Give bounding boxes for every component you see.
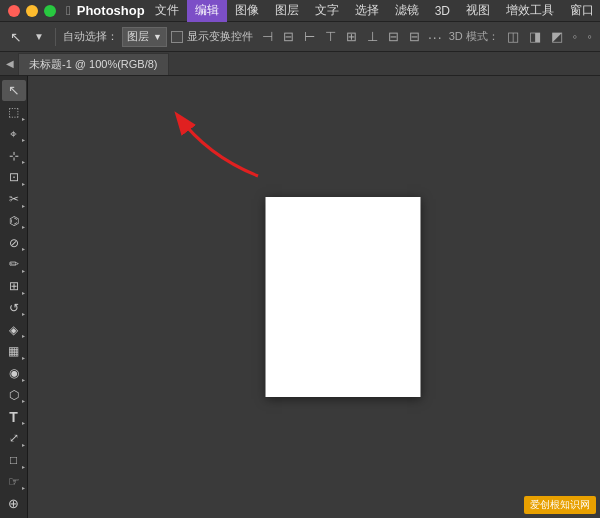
tool-arrow-icon: ▸	[22, 397, 25, 404]
tool-arrow-icon: ▸	[22, 202, 25, 209]
doc-tab-bar: ◀ 未标题-1 @ 100%(RGB/8)	[0, 52, 600, 76]
distribute-icon[interactable]: ⊟	[386, 29, 401, 44]
path-selection-button[interactable]: ⤢ ▸	[2, 428, 26, 449]
tool-arrow-icon: ▸	[22, 223, 25, 230]
title-bar:  Photoshop 文件 编辑 图像 图层 文字 选择 滤镜 3D 视图 增…	[0, 0, 600, 22]
move-tool-icon: ↖	[8, 82, 20, 98]
watermark: 爱创根知识网	[524, 496, 596, 514]
menu-view[interactable]: 视图	[458, 0, 498, 22]
3d-mode-label: 3D 模式：	[449, 29, 499, 44]
tool-arrow-icon: ▸	[22, 354, 25, 361]
show-transform-checkbox[interactable]	[171, 31, 183, 43]
tool-arrow-icon: ▸	[22, 115, 25, 122]
doc-tab[interactable]: 未标题-1 @ 100%(RGB/8)	[18, 53, 169, 75]
tool-arrow-icon: ▸	[22, 245, 25, 252]
3d-icon4[interactable]: ◦	[571, 29, 580, 44]
brush-tool-button[interactable]: ✏ ▸	[2, 254, 26, 275]
gradient-icon: ▦	[8, 344, 19, 358]
slice-tool-icon: ✂	[9, 192, 19, 206]
history-brush-icon: ↺	[9, 301, 19, 315]
align-center-h-icon[interactable]: ⊟	[281, 29, 296, 44]
distribute2-icon[interactable]: ⊟	[407, 29, 422, 44]
apple-icon: 	[66, 3, 71, 18]
dodge-tool-button[interactable]: ◉ ▸	[2, 363, 26, 384]
options-bar: ↖ ▼ 自动选择： 图层 ▼ 显示变换控件 ⊣ ⊟ ⊢ ⊤ ⊞ ⊥ ⊟ ⊟ ··…	[0, 22, 600, 52]
stamp-tool-button[interactable]: ⊞ ▸	[2, 276, 26, 297]
tool-arrow-icon: ▸	[22, 136, 25, 143]
align-center-v-icon[interactable]: ⊞	[344, 29, 359, 44]
tool-arrow-icon: ▸	[22, 289, 25, 296]
brush-icon: ✏	[9, 257, 19, 271]
app-name: Photoshop	[77, 3, 145, 18]
lasso-tool-button[interactable]: ⌖ ▸	[2, 124, 26, 145]
tool-arrow-icon: ▸	[22, 180, 25, 187]
3d-icon5[interactable]: ◦	[585, 29, 594, 44]
maximize-button[interactable]	[44, 5, 56, 17]
stamp-icon: ⊞	[9, 279, 19, 293]
align-top-icon[interactable]: ⊤	[323, 29, 338, 44]
show-transform-label: 显示变换控件	[187, 29, 253, 44]
move-tool-button[interactable]: ↖	[2, 80, 26, 101]
tool-arrow-icon: ▸	[22, 484, 25, 491]
options-bar-right: ⊣ ⊟ ⊢ ⊤ ⊞ ⊥ ⊟ ⊟ ··· 3D 模式： ◫ ◨ ◩ ◦ ◦	[260, 29, 594, 45]
quick-select-tool-button[interactable]: ⊹ ▸	[2, 145, 26, 166]
quick-select-icon: ⊹	[9, 149, 19, 163]
canvas-document	[265, 197, 420, 397]
show-transform-area: 显示变换控件	[171, 29, 253, 44]
shape-tool-button[interactable]: □ ▸	[2, 450, 26, 471]
doc-tab-title: 未标题-1 @ 100%(RGB/8)	[29, 57, 158, 72]
shape-icon: □	[10, 453, 17, 467]
eraser-tool-button[interactable]: ◈ ▸	[2, 319, 26, 340]
menu-edit[interactable]: 编辑	[187, 0, 227, 22]
3d-icon1[interactable]: ◫	[505, 29, 521, 44]
healing-icon: ⊘	[9, 236, 19, 250]
3d-icon3[interactable]: ◩	[549, 29, 565, 44]
hand-tool-button[interactable]: ☞ ▸	[2, 472, 26, 493]
menu-file[interactable]: 文件	[147, 0, 187, 22]
slice-tool-button[interactable]: ✂ ▸	[2, 189, 26, 210]
auto-select-label: 自动选择：	[63, 29, 118, 44]
tool-arrow-icon: ▸	[22, 463, 25, 470]
menu-image[interactable]: 图像	[227, 0, 267, 22]
layer-dropdown[interactable]: 图层 ▼	[122, 27, 167, 47]
menu-3d[interactable]: 3D	[427, 0, 458, 22]
eyedropper-tool-button[interactable]: ⌬ ▸	[2, 211, 26, 232]
type-icon: T	[9, 409, 18, 425]
hand-icon: ☞	[8, 474, 20, 489]
crop-tool-button[interactable]: ⊡ ▸	[2, 167, 26, 188]
zoom-tool-button[interactable]: ⊕	[2, 493, 26, 514]
toolbar: ↖ ⬚ ▸ ⌖ ▸ ⊹ ▸ ⊡ ▸ ✂ ▸ ⌬ ▸ ⊘ ▸	[0, 76, 28, 518]
crop-tool-icon: ⊡	[9, 170, 19, 184]
menu-layer[interactable]: 图层	[267, 0, 307, 22]
align-bottom-icon[interactable]: ⊥	[365, 29, 380, 44]
marquee-tool-button[interactable]: ⬚ ▸	[2, 102, 26, 123]
healing-tool-button[interactable]: ⊘ ▸	[2, 232, 26, 253]
tool-arrow-icon: ▸	[22, 376, 25, 383]
annotation-arrow-svg	[168, 106, 288, 186]
lasso-tool-icon: ⌖	[10, 127, 17, 141]
menu-text[interactable]: 文字	[307, 0, 347, 22]
gradient-tool-button[interactable]: ▦ ▸	[2, 341, 26, 362]
3d-icon2[interactable]: ◨	[527, 29, 543, 44]
menu-filter[interactable]: 滤镜	[387, 0, 427, 22]
menu-select[interactable]: 选择	[347, 0, 387, 22]
marquee-tool-icon: ⬚	[8, 105, 19, 119]
doc-tab-nav-back[interactable]: ◀	[6, 58, 14, 69]
menu-window[interactable]: 窗口	[562, 0, 600, 22]
minimize-button[interactable]	[26, 5, 38, 17]
close-button[interactable]	[8, 5, 20, 17]
align-left-icon[interactable]: ⊣	[260, 29, 275, 44]
pen-icon: ⬡	[9, 388, 19, 402]
more-options-icon[interactable]: ···	[428, 29, 443, 45]
main-area: ↖ ⬚ ▸ ⌖ ▸ ⊹ ▸ ⊡ ▸ ✂ ▸ ⌬ ▸ ⊘ ▸	[0, 76, 600, 518]
eraser-icon: ◈	[9, 323, 18, 337]
history-brush-button[interactable]: ↺ ▸	[2, 298, 26, 319]
menu-bar: 文件 编辑 图像 图层 文字 选择 滤镜 3D 视图 增效工具 窗口 帮助	[147, 0, 600, 22]
menu-plugins[interactable]: 增效工具	[498, 0, 562, 22]
pen-tool-button[interactable]: ⬡ ▸	[2, 385, 26, 406]
align-right-icon[interactable]: ⊢	[302, 29, 317, 44]
type-tool-button[interactable]: T ▸	[2, 406, 26, 427]
canvas-area: 爱创根知识网	[28, 76, 600, 518]
traffic-lights	[8, 5, 56, 17]
separator-1	[55, 28, 56, 46]
